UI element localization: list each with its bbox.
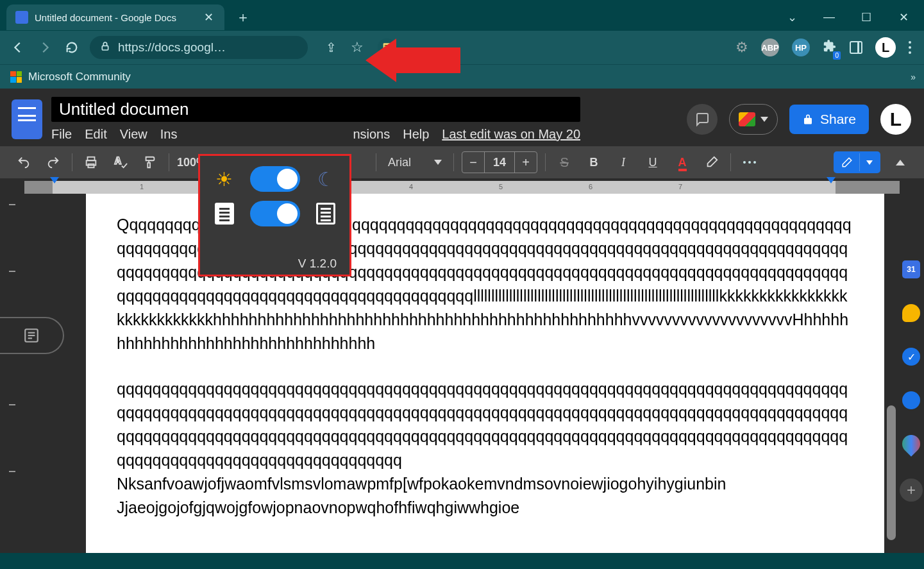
annotation-arrow	[365, 38, 460, 82]
tasks-icon[interactable]	[902, 348, 920, 366]
comments-history-button[interactable]	[687, 104, 718, 135]
page-dark-icon	[316, 203, 335, 225]
new-tab-button[interactable]: ＋	[230, 4, 256, 31]
extension-popup: ☀ ☾ V 1.2.0	[198, 154, 351, 276]
browser-profile-avatar[interactable]: L	[875, 37, 896, 58]
vertical-ruler[interactable]	[0, 194, 24, 553]
keep-icon[interactable]	[902, 304, 920, 322]
extension-version-label: V 1.2.0	[206, 257, 343, 271]
bookmarks-overflow-button[interactable]: »	[911, 72, 914, 82]
share-button[interactable]: Share	[789, 105, 869, 134]
menu-view[interactable]: View	[120, 127, 147, 142]
docs-account-avatar[interactable]: L	[880, 104, 911, 135]
extensions-menu-icon[interactable]: 0	[823, 39, 837, 56]
microsoft-icon	[10, 71, 22, 83]
chevron-down-icon	[866, 160, 873, 165]
contacts-icon[interactable]	[902, 391, 920, 409]
docs-menu-bar: File Edit View Ins nsions Help Last edit…	[51, 127, 580, 142]
underline-button[interactable]: U	[642, 151, 664, 173]
tab-close-button[interactable]: ✕	[202, 10, 215, 24]
document-canvas: Qqqqqqqqqqqqqqqqqqqqqqqqqqqqqqqqqqqqqqqq…	[0, 194, 924, 553]
page-light-icon	[215, 203, 234, 225]
menu-insert-cut[interactable]: Ins	[160, 127, 178, 142]
paragraph: qqqqqqqqqqqqqqqqqqqqqqqqqqqqqqqqqqqqqqqq…	[117, 377, 853, 520]
browser-address-bar: https://docs.googl… ⇪ ☆ ⚙ ABP HP 0 L	[0, 31, 924, 64]
extension-abp-icon[interactable]: ABP	[761, 38, 779, 56]
side-panel-add-button[interactable]: +	[900, 479, 923, 502]
search-tabs-button[interactable]: ⌄	[784, 10, 800, 24]
extension-hp-icon[interactable]: HP	[792, 38, 810, 56]
close-window-button[interactable]: ✕	[896, 10, 911, 24]
menu-edit[interactable]: Edit	[85, 127, 106, 142]
font-family-dropdown[interactable]: Arial	[384, 156, 446, 169]
google-side-panel: +	[898, 241, 924, 502]
meet-icon	[739, 112, 755, 126]
bookmark-ms-community[interactable]: Microsoft Community	[28, 71, 131, 83]
moon-icon: ☾	[317, 168, 335, 191]
font-name: Arial	[388, 156, 411, 169]
browser-tab-active[interactable]: Untitled document - Google Docs ✕	[6, 4, 224, 30]
bookmarks-bar: Microsoft Community »	[0, 64, 924, 89]
browser-menu-button[interactable]	[909, 41, 911, 54]
right-margin-marker[interactable]	[827, 177, 836, 183]
editing-mode-button[interactable]	[834, 151, 880, 173]
spellcheck-button[interactable]	[110, 151, 131, 173]
maximize-button[interactable]: ☐	[859, 10, 874, 24]
ruler-tick: 1	[140, 183, 144, 191]
nav-forward-button[interactable]	[36, 38, 54, 56]
meet-button[interactable]	[729, 104, 778, 135]
ruler-tick: 4	[409, 183, 413, 191]
page-invert-toggle[interactable]	[250, 201, 300, 226]
browser-right-controls: ⚙ ABP HP 0 L	[735, 37, 915, 58]
nav-reload-button[interactable]	[63, 38, 81, 56]
font-size-decrease[interactable]: −	[462, 152, 484, 173]
sun-icon: ☀	[215, 168, 233, 191]
calendar-icon[interactable]	[902, 260, 920, 278]
url-bar[interactable]: https://docs.googl…	[90, 36, 308, 59]
horizontal-ruler[interactable]: 1 2 3 4 5 6 7	[24, 181, 900, 194]
paint-format-button[interactable]	[139, 151, 161, 173]
ruler-tick: 6	[589, 183, 592, 191]
highlight-color-button[interactable]	[701, 151, 723, 173]
ruler-tick: 7	[678, 183, 682, 191]
vertical-scrollbar-thumb[interactable]	[887, 405, 896, 540]
strikethrough-button[interactable]: S	[553, 151, 575, 173]
menu-file[interactable]: File	[51, 127, 72, 142]
svg-rect-0	[102, 46, 108, 50]
font-size-increase[interactable]: +	[515, 152, 537, 173]
bold-button[interactable]: B	[583, 151, 605, 173]
side-panel-toggle[interactable]	[850, 41, 862, 54]
toolbar-more-button[interactable]	[739, 151, 760, 173]
toolbar-collapse-button[interactable]	[889, 151, 911, 173]
text-color-button[interactable]: A	[671, 151, 693, 173]
menu-help[interactable]: Help	[403, 127, 429, 142]
extension-gear-icon[interactable]: ⚙	[735, 39, 748, 56]
ruler-tick: 5	[499, 183, 503, 191]
browser-titlebar: Untitled document - Google Docs ✕ ＋ ⌄ — …	[0, 0, 924, 31]
undo-button[interactable]	[13, 151, 35, 173]
print-button[interactable]	[80, 151, 102, 173]
docs-header: Untitled documen File Edit View Ins nsio…	[0, 89, 924, 146]
minimize-button[interactable]: —	[821, 10, 837, 24]
share-label: Share	[820, 112, 856, 127]
google-docs-app: Untitled documen File Edit View Ins nsio…	[0, 89, 924, 553]
url-text: https://docs.googl…	[118, 40, 226, 55]
maps-icon[interactable]	[898, 431, 924, 457]
indent-marker[interactable]	[50, 177, 59, 183]
docs-logo-icon[interactable]	[12, 99, 42, 139]
document-title-input[interactable]: Untitled documen	[51, 97, 580, 122]
font-size-value[interactable]: 14	[484, 152, 515, 173]
show-outline-button[interactable]	[0, 317, 64, 354]
italic-button[interactable]: I	[612, 151, 634, 173]
bookmark-star-icon[interactable]: ☆	[351, 39, 364, 56]
window-controls: ⌄ — ☐ ✕	[784, 10, 924, 24]
docs-toolbar: 100% Arial − 14 + S B I U A	[0, 146, 924, 178]
redo-button[interactable]	[42, 151, 64, 173]
chevron-down-icon	[760, 117, 768, 122]
dark-mode-toggle[interactable]	[250, 166, 300, 192]
share-page-icon[interactable]: ⇪	[326, 40, 337, 55]
nav-back-button[interactable]	[9, 38, 27, 56]
menu-extensions-cut[interactable]: nsions	[353, 127, 390, 142]
tab-title: Untitled document - Google Docs	[35, 12, 196, 23]
last-edit-link[interactable]: Last edit was on May 20	[442, 127, 580, 142]
